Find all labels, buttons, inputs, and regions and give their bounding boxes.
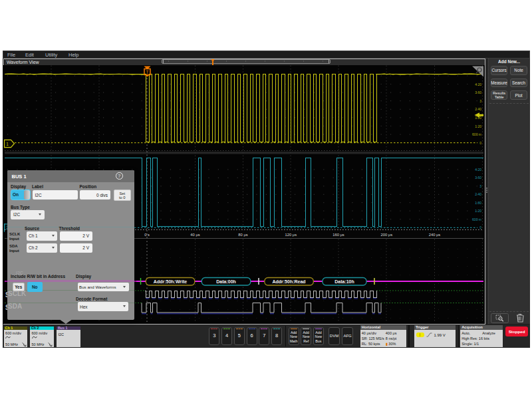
svg-text:160 μs: 160 μs (332, 233, 344, 237)
svg-text:0 s: 0 s (144, 233, 150, 237)
svg-text:2.40: 2.40 (475, 192, 481, 196)
svg-text:T: T (146, 70, 149, 74)
svg-text:0: 0 (479, 140, 481, 144)
svg-text:1.20: 1.20 (475, 209, 481, 213)
svg-text:200 μs: 200 μs (381, 233, 393, 237)
svg-text:Addr:50h:Read: Addr:50h:Read (272, 279, 305, 284)
svg-text:40 μs: 40 μs (190, 233, 200, 237)
svg-text:3.60: 3.60 (475, 176, 481, 180)
svg-text:1.80: 1.80 (475, 115, 481, 119)
svg-text:3: 3 (479, 184, 481, 188)
svg-text:3: 3 (479, 98, 481, 102)
svg-text:1.20: 1.20 (475, 124, 481, 128)
svg-text:600 m: 600 m (472, 217, 481, 221)
svg-text:2.40: 2.40 (475, 107, 481, 111)
svg-text:600 m: 600 m (472, 132, 481, 136)
svg-text:3.60: 3.60 (475, 90, 481, 94)
svg-text:1: 1 (6, 141, 9, 146)
svg-text:Data:10h: Data:10h (334, 279, 354, 284)
svg-text:4.20: 4.20 (475, 82, 481, 86)
svg-text:Data:00h: Data:00h (216, 279, 236, 284)
svg-text:120 μs: 120 μs (285, 233, 297, 237)
svg-text:240 μs: 240 μs (429, 233, 441, 237)
svg-text:Addr:50h:Write: Addr:50h:Write (154, 279, 188, 284)
svg-text:80 μs: 80 μs (238, 233, 247, 237)
svg-text:4.20: 4.20 (475, 167, 481, 171)
svg-text:1.80: 1.80 (475, 200, 481, 204)
svg-text:0: 0 (479, 225, 481, 229)
